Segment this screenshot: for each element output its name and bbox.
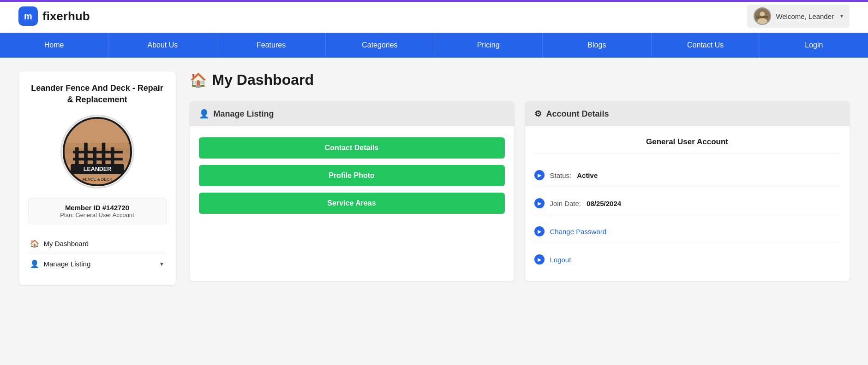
sidebar-nav: 🏠 My Dashboard 👤 Manage Listing ▼ <box>28 234 167 274</box>
nav-home[interactable]: Home <box>0 33 108 58</box>
user-menu[interactable]: LEANDER Welcome, Leander ▾ <box>747 5 850 28</box>
nav-login[interactable]: Login <box>760 33 868 58</box>
status-value: Active <box>577 171 598 179</box>
account-type: General User Account <box>534 137 840 153</box>
gear-icon: ⚙ <box>534 109 542 119</box>
dashboard-content: 🏠 My Dashboard 👤 Manage Listing Contact … <box>190 71 850 285</box>
join-date-item: ▶ Join Date: 08/25/2024 <box>534 193 840 214</box>
svg-rect-13 <box>102 143 105 165</box>
logo-letter: m <box>24 11 32 22</box>
logout-icon: ▶ <box>534 254 545 265</box>
logo-name: fixerhub <box>42 9 90 24</box>
house-icon: 🏠 <box>190 72 207 88</box>
sidebar: Leander Fence And Deck - Repair & Replac… <box>19 71 176 285</box>
change-password-item[interactable]: ▶ Change Password <box>534 221 840 242</box>
svg-rect-15 <box>73 151 123 153</box>
svg-rect-6 <box>63 143 131 148</box>
svg-text:LEANDER: LEANDER <box>83 166 111 173</box>
home-icon: 🏠 <box>30 239 39 248</box>
status-item: ▶ Status: Active <box>534 165 840 186</box>
nav-about[interactable]: About Us <box>108 33 217 58</box>
sidebar-manage-label: Manage Listing <box>44 260 155 268</box>
svg-text:FENCE & DECK: FENCE & DECK <box>83 177 112 182</box>
logo-area: m fixerhub <box>18 6 90 26</box>
status-icon: ▶ <box>534 170 545 180</box>
status-label: Status: <box>550 171 572 179</box>
join-date-icon: ▶ <box>534 198 545 208</box>
sidebar-item-manage-listing[interactable]: 👤 Manage Listing ▼ <box>28 254 167 274</box>
svg-rect-12 <box>93 147 96 165</box>
dashboard-title-text: My Dashboard <box>212 71 314 88</box>
nav-features[interactable]: Features <box>217 33 326 58</box>
member-id: Member ID #142720 <box>36 204 159 212</box>
svg-rect-11 <box>84 143 88 165</box>
change-password-icon: ▶ <box>534 226 545 236</box>
join-date-value: 08/25/2024 <box>587 200 621 207</box>
main-container: Leander Fence And Deck - Repair & Replac… <box>0 58 868 299</box>
manage-listing-header: 👤 Manage Listing <box>190 101 514 126</box>
user-icon: 👤 <box>30 259 39 268</box>
sidebar-dashboard-label: My Dashboard <box>44 240 165 247</box>
contact-details-button[interactable]: Contact Details <box>199 137 505 159</box>
account-details-title: Account Details <box>546 109 609 119</box>
account-details-header: ⚙ Account Details <box>525 101 850 126</box>
avatar: LEANDER <box>754 7 771 25</box>
svg-rect-14 <box>110 147 114 165</box>
chevron-down-icon: ▾ <box>840 13 843 19</box>
nav-blogs[interactable]: Blogs <box>543 33 651 58</box>
main-nav: Home About Us Features Categories Pricin… <box>0 33 868 58</box>
change-password-link[interactable]: Change Password <box>550 228 607 235</box>
cards-row: 👤 Manage Listing Contact Details Profile… <box>190 101 850 281</box>
account-details-body: General User Account ▶ Status: Active ▶ … <box>525 126 850 281</box>
profile-photo-button[interactable]: Profile Photo <box>199 165 505 186</box>
logo-icon: m <box>18 6 38 26</box>
member-plan: Plan: General User Account <box>36 212 159 218</box>
dashboard-title: 🏠 My Dashboard <box>190 71 850 88</box>
business-name: Leander Fence And Deck - Repair & Replac… <box>28 82 167 106</box>
welcome-text: Welcome, Leander <box>776 12 834 20</box>
nav-pricing[interactable]: Pricing <box>434 33 543 58</box>
svg-point-2 <box>758 18 767 24</box>
sidebar-item-dashboard[interactable]: 🏠 My Dashboard <box>28 234 167 254</box>
logout-item[interactable]: ▶ Logout <box>534 249 840 270</box>
manage-listing-title: Manage Listing <box>214 109 274 119</box>
service-areas-button[interactable]: Service Areas <box>199 193 505 214</box>
nav-categories[interactable]: Categories <box>326 33 434 58</box>
nav-contact[interactable]: Contact Us <box>652 33 760 58</box>
top-bar: m fixerhub LEANDER Welcome, Leander ▾ <box>0 0 868 33</box>
join-date-label: Join Date: <box>550 200 581 207</box>
logout-link[interactable]: Logout <box>550 256 571 264</box>
sidebar-avatar: LEANDER FENCE & DECK <box>60 115 134 188</box>
chevron-down-icon: ▼ <box>159 261 165 267</box>
manage-listing-card: 👤 Manage Listing Contact Details Profile… <box>190 101 514 281</box>
account-details-card: ⚙ Account Details General User Account ▶… <box>525 101 850 281</box>
member-info: Member ID #142720 Plan: General User Acc… <box>28 198 167 224</box>
svg-text:LEANDER: LEANDER <box>756 16 768 18</box>
svg-rect-16 <box>73 158 123 161</box>
svg-rect-10 <box>75 147 78 165</box>
user-silhouette-icon: 👤 <box>199 109 209 119</box>
manage-listing-body: Contact Details Profile Photo Service Ar… <box>190 126 514 225</box>
